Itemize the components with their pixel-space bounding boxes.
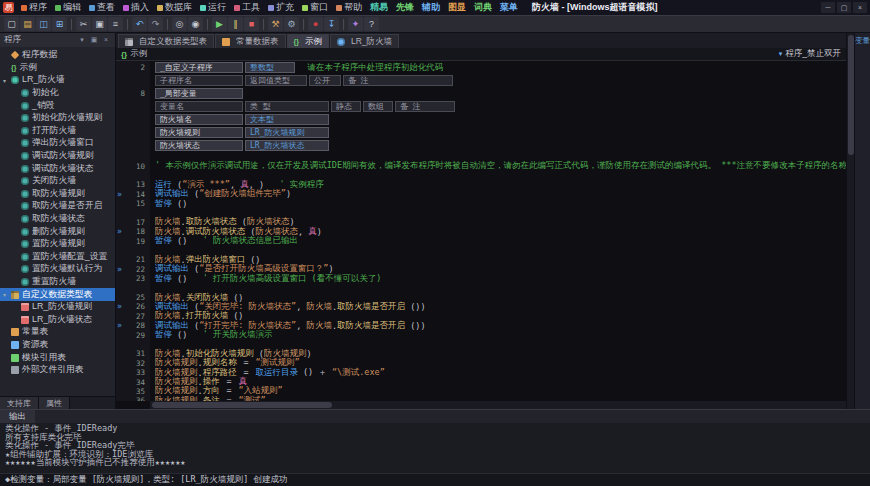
table-header-cell[interactable]: 子程序名 [155,75,243,86]
code-line[interactable]: 变量名类 型静态数组备 注 [116,100,846,113]
tree-item-置防火墙默认行为[interactable]: 置防火墙默认行为 [0,263,115,276]
code-line[interactable]: 子程序名返回值类型公开备 注 [116,74,846,87]
doc-tab-自定义数据类型表[interactable]: 自定义数据类型表 [118,34,214,48]
code-line[interactable]: »14调试输出 (“创建防火墙组件完毕”) [116,190,846,199]
tree-item-LR_防火墙[interactable]: ▾LR_防火墙 [0,74,115,87]
horizontal-scrollbar-thumb[interactable] [152,402,332,408]
table-header-cell[interactable]: 变量名 [155,101,243,112]
close-button[interactable]: × [853,2,867,13]
minimize-button[interactable]: ─ [821,2,835,13]
save-icon[interactable]: ◫ [36,17,51,31]
run-icon[interactable]: ▶ [212,17,227,31]
breakpoint-icon[interactable]: ● [308,17,323,31]
bookmark-icon[interactable]: » [117,227,122,236]
bookmark-icon[interactable]: » [117,265,122,274]
pause-icon[interactable]: ∥ [228,17,243,31]
tree-item-重置防火墙[interactable]: 重置防火墙 [0,276,115,289]
table-cell[interactable]: 防火墙名 [155,114,243,125]
step-into-icon[interactable]: ↧ [324,17,339,31]
table-cell[interactable]: 整数型 [245,62,295,73]
table-cell[interactable]: LR_防火墙规则 [245,127,329,138]
tree-item-初始化防火墙规则[interactable]: 初始化防火墙规则 [0,112,115,125]
tree-item-程序数据[interactable]: 程序数据 [0,49,115,62]
help-icon[interactable]: ? [364,17,379,31]
menu-程序[interactable]: 程序 [17,1,51,14]
menu-编辑[interactable]: 编辑 [51,1,85,14]
menu-查看[interactable]: 查看 [85,1,119,14]
tree-item-初始化[interactable]: 初始化 [0,87,115,100]
code-line[interactable]: 15暂停 () [116,199,846,208]
table-cell[interactable]: 文本型 [245,114,329,125]
horizontal-scrollbar[interactable] [150,401,846,409]
open-file-icon[interactable]: ▤ [20,17,35,31]
menu-先锋[interactable]: 先锋 [392,1,418,14]
bookmark-icon[interactable]: » [117,190,122,199]
menu-插入[interactable]: 插入 [119,1,153,14]
code-line[interactable]: 10' 本示例仅作演示调试用途，仅在开发及调试IDE期间有效，编译发布程序时将被… [116,161,846,170]
new-file-icon[interactable]: ▢ [4,17,19,31]
menu-扩充[interactable]: 扩充 [264,1,298,14]
paste-icon[interactable]: ≡ [108,17,123,31]
settings-icon[interactable]: ⚙ [284,17,299,31]
table-cell[interactable]: _局部变量 [155,88,243,99]
code-editor[interactable]: 2_自定义子程序整数型 请在本子程序中处理程序初始化代码子程序名返回值类型公开备… [116,61,846,401]
code-line[interactable]: 2_自定义子程序整数型 请在本子程序中处理程序初始化代码 [116,61,846,74]
code-line[interactable]: 防火墙状态LR_防火墙状态 [116,139,846,152]
menu-辅助[interactable]: 辅助 [418,1,444,14]
tree-item-LR_防火墙规则[interactable]: LR_防火墙规则 [0,301,115,314]
menu-精易[interactable]: 精易 [366,1,392,14]
tree-item-弹出防火墙窗口[interactable]: 弹出防火墙窗口 [0,137,115,150]
panel-pin-icon[interactable]: ▣ [89,36,99,44]
tab-支持库[interactable]: 支持库 [0,397,39,409]
table-header-cell[interactable]: 类 型 [245,101,329,112]
bookmark-icon[interactable]: » [117,321,122,330]
replace-icon[interactable]: ◉ [188,17,203,31]
tree-item-调试防火墙规则[interactable]: 调试防火墙规则 [0,150,115,163]
doc-tab-常量数据表[interactable]: 常量数据表 [215,34,286,48]
menu-窗口[interactable]: 窗口 [298,1,332,14]
tree-item-常量表[interactable]: 常量表 [0,326,115,339]
doc-tab-示例[interactable]: {}示例 [287,34,329,48]
undo-icon[interactable]: ↶ [132,17,147,31]
doc-tab-LR_防火墙[interactable]: LR_防火墙 [330,34,399,48]
vertical-scrollbar[interactable] [846,33,854,409]
stop-icon[interactable]: ■ [244,17,259,31]
tree-item-取防火墙规则[interactable]: 取防火墙规则 [0,188,115,201]
panel-dropdown-icon[interactable]: ▾ [77,36,87,44]
table-cell[interactable]: LR_防火墙状态 [245,140,329,151]
menu-工具[interactable]: 工具 [230,1,264,14]
expander-icon[interactable]: ▾ [3,77,11,84]
table-header-cell[interactable]: 备 注 [343,75,453,86]
code-line[interactable]: 防火墙名文本型 [116,113,846,126]
menu-帮助[interactable]: 帮助 [332,1,366,14]
table-header-cell[interactable]: 返回值类型 [245,75,307,86]
copy-icon[interactable]: ▣ [92,17,107,31]
plugin-tool-icon[interactable]: ✦ [348,17,363,31]
redo-icon[interactable]: ↷ [148,17,163,31]
table-header-cell[interactable]: 静态 [331,101,361,112]
tree-item-_销毁[interactable]: _销毁 [0,99,115,112]
table-header-cell[interactable]: 备 注 [395,101,455,112]
table-cell[interactable]: 防火墙状态 [155,140,243,151]
code-line[interactable]: 8_局部变量 [116,87,846,100]
menu-图显[interactable]: 图显 [444,1,470,14]
maximize-button[interactable]: ▢ [837,2,851,13]
tree-item-自定义数据类型表[interactable]: ▾自定义数据类型表 [0,288,115,301]
tree-item-LR_防火墙状态[interactable]: LR_防火墙状态 [0,313,115,326]
tree-item-模块引用表[interactable]: 模块引用表 [0,351,115,364]
tree-item-取防火墙状态[interactable]: 取防火墙状态 [0,213,115,226]
variables-panel-tab[interactable]: 变量 [854,33,870,409]
compile-icon[interactable]: ⚒ [268,17,283,31]
tree-item-置防火墙配置_设置[interactable]: 置防火墙配置_设置 [0,251,115,264]
tree-item-关闭防火墙[interactable]: 关闭防火墙 [0,175,115,188]
table-cell[interactable]: _自定义子程序 [155,62,243,73]
vertical-scrollbar-thumb[interactable] [848,35,854,155]
tree-item-外部文件引用表[interactable]: 外部文件引用表 [0,364,115,377]
table-header-cell[interactable]: 公开 [309,75,341,86]
menu-运行[interactable]: 运行 [196,1,230,14]
tab-属性[interactable]: 属性 [39,397,70,409]
menu-数据库[interactable]: 数据库 [153,1,196,14]
tree-item-调试防火墙状态[interactable]: 调试防火墙状态 [0,162,115,175]
table-cell[interactable]: 防火墙规则 [155,127,243,138]
tree-item-取防火墙是否开启[interactable]: 取防火墙是否开启 [0,200,115,213]
